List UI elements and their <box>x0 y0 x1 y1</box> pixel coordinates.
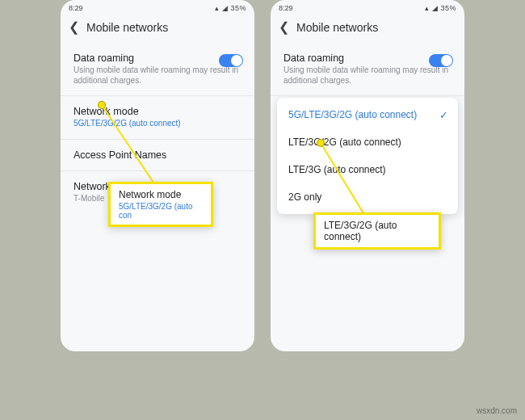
toggle-roaming[interactable] <box>429 54 453 67</box>
row-network-mode[interactable]: Network mode 5G/LTE/3G/2G (auto connect) <box>61 96 254 140</box>
check-icon: ✓ <box>439 109 448 121</box>
row-data-roaming[interactable]: Data roaming Using mobile data while roa… <box>271 43 464 96</box>
callout-title: LTE/3G/2G (auto connect) <box>324 220 430 242</box>
row-value: 5G/LTE/3G/2G (auto connect) <box>74 119 242 129</box>
back-icon[interactable]: ❮ <box>69 19 82 35</box>
page-title: Mobile networks <box>86 21 168 34</box>
status-bar: 8:29 ▴ ◢ 35% <box>271 0 464 16</box>
row-desc: Using mobile data while roaming may resu… <box>284 65 452 86</box>
status-time: 8:29 <box>69 4 83 12</box>
option-2g-only[interactable]: 2G only <box>277 183 458 211</box>
page-title: Mobile networks <box>296 21 378 34</box>
annotation-dot <box>317 139 325 147</box>
callout-network-mode: Network mode 5G/LTE/3G/2G (auto con <box>108 182 213 227</box>
screenshot-left: 8:29 ▴ ◢ 35% ❮ Mobile networks Data roam… <box>61 0 254 351</box>
status-icons: ▴ ◢ 35% <box>425 4 456 12</box>
status-bar: 8:29 ▴ ◢ 35% <box>61 0 254 16</box>
watermark: wsxdn.com <box>477 406 517 415</box>
row-desc: Using mobile data while roaming may resu… <box>74 65 242 86</box>
back-icon[interactable]: ❮ <box>279 19 292 35</box>
status-time: 8:29 <box>279 4 293 12</box>
option-5g[interactable]: 5G/LTE/3G/2G (auto connect) ✓ <box>277 101 458 128</box>
row-data-roaming[interactable]: Data roaming Using mobile data while roa… <box>61 43 254 96</box>
callout-sub: 5G/LTE/3G/2G (auto con <box>119 202 203 220</box>
row-apn[interactable]: Access Point Names <box>61 140 254 171</box>
row-title: Access Point Names <box>74 149 242 161</box>
callout-title: Network mode <box>119 189 203 200</box>
callout-lte-option: LTE/3G/2G (auto connect) <box>313 212 441 250</box>
appbar: ❮ Mobile networks <box>61 16 254 43</box>
appbar: ❮ Mobile networks <box>271 16 464 43</box>
status-icons: ▴ ◢ 35% <box>215 4 246 12</box>
annotation-dot <box>98 101 106 109</box>
row-title: Data roaming <box>74 52 242 64</box>
row-title: Data roaming <box>284 52 452 64</box>
option-lte-3g-2g[interactable]: LTE/3G/2G (auto connect) <box>277 128 458 156</box>
option-lte-3g[interactable]: LTE/3G (auto connect) <box>277 156 458 183</box>
screenshot-right: 8:29 ▴ ◢ 35% ❮ Mobile networks Data roam… <box>271 0 464 351</box>
network-mode-dropdown: 5G/LTE/3G/2G (auto connect) ✓ LTE/3G/2G … <box>277 98 458 214</box>
toggle-roaming[interactable] <box>219 54 243 67</box>
